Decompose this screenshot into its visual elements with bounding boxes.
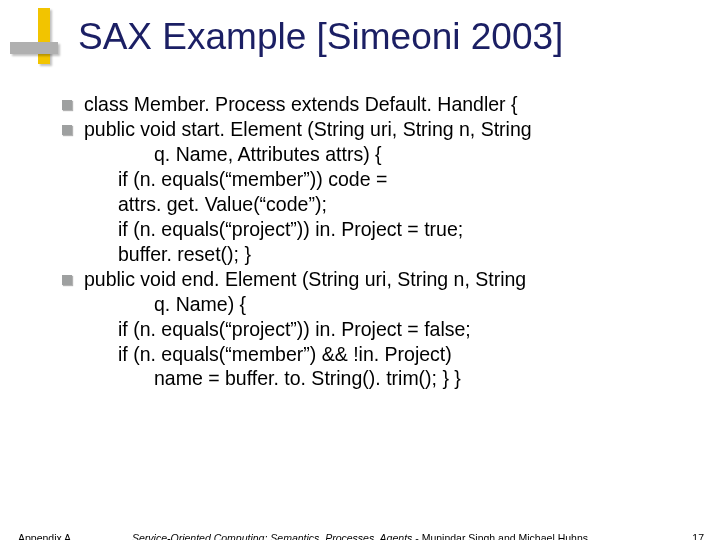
code-line: class Member. Process extends Default. H… bbox=[62, 92, 660, 117]
footer-center: Service-Oriented Computing: Semantics, P… bbox=[0, 532, 720, 540]
code-line: attrs. get. Value(“code”); bbox=[62, 192, 660, 217]
code-text: q. Name, Attributes attrs) { bbox=[154, 142, 382, 167]
code-text: if (n. equals(“member”)) code = bbox=[118, 167, 387, 192]
code-line: name = buffer. to. String(). trim(); } } bbox=[62, 366, 660, 391]
code-line: buffer. reset(); } bbox=[62, 242, 660, 267]
footer-center-italic: Service-Oriented Computing: Semantics, P… bbox=[132, 532, 412, 540]
code-text: class Member. Process extends Default. H… bbox=[84, 92, 518, 117]
code-text: public void end. Element (String uri, St… bbox=[84, 267, 526, 292]
code-line: q. Name) { bbox=[62, 292, 660, 317]
code-text: if (n. equals(“project”)) in. Project = … bbox=[118, 217, 463, 242]
code-line: if (n. equals(“member”) && !in. Project) bbox=[62, 342, 660, 367]
code-text: attrs. get. Value(“code”); bbox=[118, 192, 327, 217]
code-text: public void start. Element (String uri, … bbox=[84, 117, 532, 142]
code-text: buffer. reset(); } bbox=[118, 242, 251, 267]
square-bullet-icon bbox=[62, 100, 72, 110]
code-line: public void end. Element (String uri, St… bbox=[62, 267, 660, 292]
footer-center-rest: - Munindar Singh and Michael Huhns bbox=[412, 532, 588, 540]
code-text: q. Name) { bbox=[154, 292, 246, 317]
code-text: if (n. equals(“member”) && !in. Project) bbox=[118, 342, 452, 367]
code-text: if (n. equals(“project”)) in. Project = … bbox=[118, 317, 471, 342]
slide-body: class Member. Process extends Default. H… bbox=[62, 92, 660, 391]
code-line: if (n. equals(“member”)) code = bbox=[62, 167, 660, 192]
code-line: public void start. Element (String uri, … bbox=[62, 117, 660, 142]
code-line: q. Name, Attributes attrs) { bbox=[62, 142, 660, 167]
slide-title: SAX Example [Simeoni 2003] bbox=[78, 16, 720, 58]
code-line: if (n. equals(“project”)) in. Project = … bbox=[62, 317, 660, 342]
page-number: 17 bbox=[692, 532, 704, 540]
code-line: if (n. equals(“project”)) in. Project = … bbox=[62, 217, 660, 242]
title-area: SAX Example [Simeoni 2003] bbox=[0, 0, 720, 58]
square-bullet-icon bbox=[62, 275, 72, 285]
code-text: name = buffer. to. String(). trim(); } } bbox=[154, 366, 461, 391]
square-bullet-icon bbox=[62, 125, 72, 135]
